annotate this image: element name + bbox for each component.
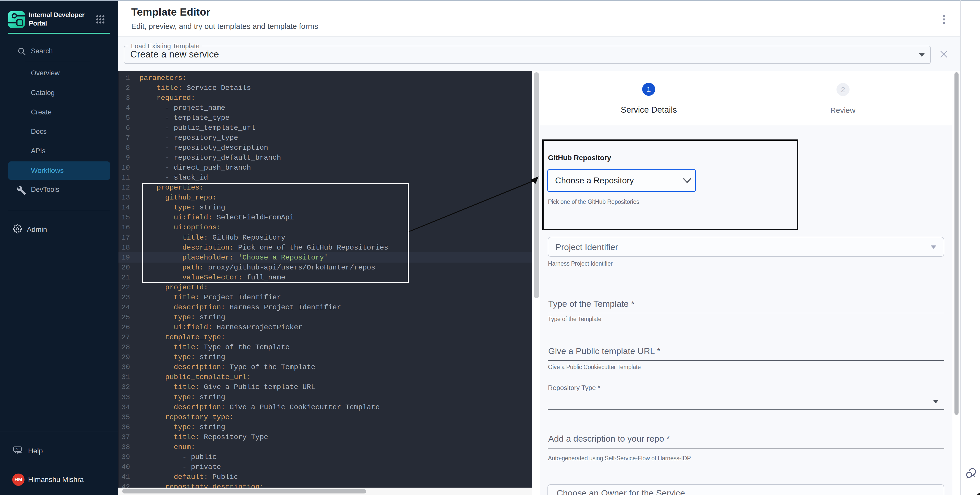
svg-text:?: ? (16, 447, 18, 451)
